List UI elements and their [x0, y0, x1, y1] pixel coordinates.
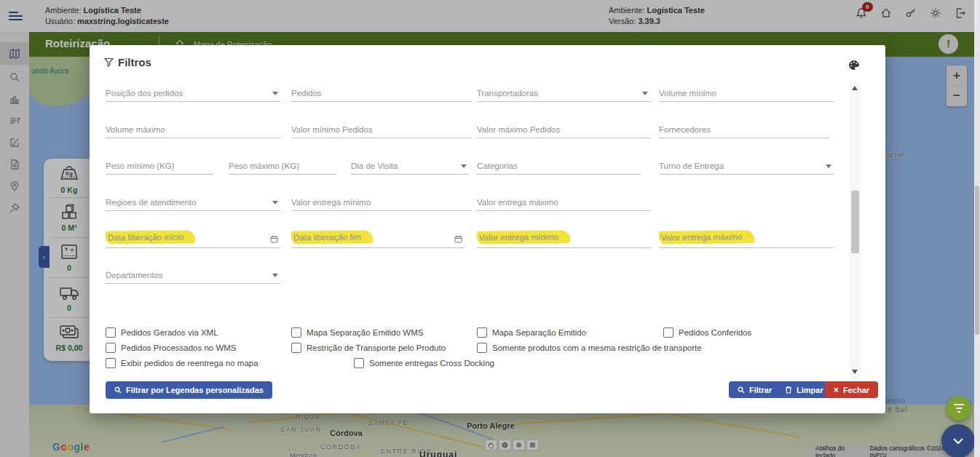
field-label: Departamentos — [106, 271, 163, 279]
checkbox-mapa-separacao-emitido[interactable]: Mapa Separação Emitido — [477, 327, 586, 338]
checkbox-label: Mapa Separação Emitido — [492, 328, 586, 337]
app-screen: Ambiente: Logística Teste Usuário: maxst… — [0, 0, 980, 457]
field-valor-entrega-minimo-2[interactable]: Valor entrega mínimo — [477, 229, 650, 248]
field-label: Valor mínimo Pedidos — [291, 125, 373, 134]
palette-icon[interactable] — [848, 60, 860, 71]
checkbox-label: Pedidos Conferidos — [679, 328, 751, 337]
field-label-highlighted: Valor entrega máximo — [659, 230, 754, 244]
field-label: Valor máximo Pedidos — [477, 125, 560, 134]
field-label: Valor entrega mínimo — [291, 198, 371, 207]
field-label: Categorias — [477, 162, 518, 170]
calendar-icon[interactable] — [270, 235, 278, 243]
field-volume-minimo[interactable]: Volume mínimo — [659, 83, 834, 102]
checkbox-label: Somente entregas Cross Docking — [369, 359, 494, 367]
checkbox-label: Exibir pedidos de reentrega no mapa — [121, 359, 258, 367]
checkbox-pedidos-conferidos[interactable]: Pedidos Conferidos — [663, 327, 751, 338]
scroll-down-icon[interactable] — [852, 370, 858, 374]
field-peso-minimo[interactable]: Peso mínimo (KG) — [106, 156, 213, 175]
field-valor-entrega-maximo-2[interactable]: Valor entrega máximo — [659, 229, 834, 248]
field-categorias[interactable]: Categorias — [477, 156, 641, 175]
page-scrollbar-thumb[interactable] — [975, 186, 979, 335]
checkbox-label: Restrição de Transporte pelo Produto — [307, 343, 446, 352]
filter-button[interactable]: Filtrar — [729, 381, 781, 398]
field-label-highlighted: Data liberação fim — [291, 230, 373, 244]
field-label: Peso mínimo (KG) — [106, 162, 175, 170]
field-pedidos[interactable]: Pedidos — [291, 83, 472, 102]
checkbox-label: Pedidos Gerados via XML — [121, 328, 218, 337]
modal-title-text: Filtros — [118, 56, 151, 68]
field-volume-maximo[interactable]: Volume máximo — [106, 119, 280, 138]
field-fornecedores[interactable]: Fornecedores — [659, 119, 829, 138]
field-valor-minimo-pedidos[interactable]: Valor mínimo Pedidos — [291, 119, 472, 138]
modal-scrollbar[interactable] — [850, 82, 861, 378]
chevron-down-icon — [461, 164, 467, 168]
field-label: Transportadoras — [477, 89, 538, 98]
field-label: Volume máximo — [106, 125, 165, 134]
checkbox-box[interactable] — [663, 327, 673, 338]
checkbox-label: Pedidos Processados no WMS — [121, 343, 237, 352]
field-peso-maximo[interactable]: Peso máximo (KG) — [229, 156, 336, 175]
checkbox-pedidos-processados-no-wms[interactable]: Pedidos Processados no WMS — [106, 343, 237, 353]
field-label: Fornecedores — [659, 125, 711, 134]
clear-button[interactable]: Limpar — [776, 381, 832, 398]
close-button[interactable]: × Fechar — [825, 381, 878, 398]
modal-scrollbar-thumb[interactable] — [851, 191, 859, 253]
field-transportadoras[interactable]: Transportadoras — [477, 83, 650, 102]
field-regioes-de-atendimento[interactable]: Regioes de atendimento — [106, 192, 280, 211]
field-valor-entrega-maximo[interactable]: Valor entrega máximo — [477, 192, 650, 211]
field-turno-de-entrega[interactable]: Turno de Entrega — [659, 156, 834, 175]
page-scrollbar[interactable] — [974, 0, 980, 457]
chevron-down-icon — [642, 92, 648, 95]
checkbox-box[interactable] — [354, 358, 364, 368]
chevron-down-icon — [272, 92, 278, 95]
field-label-highlighted: Data liberação início — [106, 230, 195, 244]
field-label: Turno de Entrega — [659, 162, 724, 170]
field-label: Peso máximo (KG) — [229, 162, 299, 170]
trash-icon — [785, 386, 792, 394]
scroll-up-icon[interactable] — [852, 86, 858, 90]
chevron-down-icon — [826, 164, 831, 168]
checkbox-box[interactable] — [106, 327, 116, 338]
field-departamentos[interactable]: Departamentos — [106, 265, 280, 284]
search-icon — [114, 386, 122, 394]
checkbox-label: Mapa Separação Emitido WMS — [307, 328, 423, 337]
field-label: Valor entrega máximo — [477, 198, 558, 207]
palette-icon — [848, 60, 860, 71]
checkbox-label: Somente produtos com a mesma restrição d… — [492, 343, 702, 352]
close-icon: × — [834, 385, 839, 395]
field-posicao-dos-pedidos[interactable]: Posição dos pedidos — [106, 83, 280, 102]
filter-funnel-icon — [104, 57, 114, 67]
field-dia-de-visita[interactable]: Dia de Visita — [351, 156, 469, 175]
field-label: Posição dos pedidos — [106, 89, 183, 98]
chevron-down-icon — [272, 201, 278, 204]
field-data-liberacao-fim[interactable]: Data liberação fim — [291, 229, 465, 248]
checkbox-box[interactable] — [106, 358, 116, 368]
checkbox-restricao-de-transporte-pelo-produto[interactable]: Restrição de Transporte pelo Produto — [291, 343, 446, 353]
field-label: Volume mínimo — [659, 89, 716, 98]
checkbox-box[interactable] — [477, 327, 487, 338]
chevron-down-icon — [272, 274, 278, 277]
field-label: Regioes de atendimento — [106, 198, 197, 207]
checkbox-somente-produtos-mesma-restricao[interactable]: Somente produtos com a mesma restrição d… — [477, 343, 702, 353]
field-valor-maximo-pedidos[interactable]: Valor máximo Pedidos — [477, 119, 650, 138]
filter-fab-button[interactable] — [947, 396, 971, 421]
checkbox-box[interactable] — [106, 343, 116, 353]
checkbox-box[interactable] — [291, 327, 301, 338]
checkbox-mapa-separacao-emitido-wms[interactable]: Mapa Separação Emitido WMS — [291, 327, 423, 338]
calendar-icon[interactable] — [454, 235, 462, 243]
field-label: Pedidos — [291, 89, 322, 98]
checkbox-pedidos-gerados-via-xml[interactable]: Pedidos Gerados via XML — [106, 327, 218, 338]
search-icon — [738, 386, 745, 394]
checkbox-box[interactable] — [291, 343, 301, 353]
field-label-highlighted: Valor entrega mínimo — [477, 230, 570, 244]
chevron-down-icon — [952, 437, 964, 445]
field-data-liberacao-inicio[interactable]: Data liberação início — [106, 229, 280, 248]
collapse-chevron-button[interactable] — [941, 424, 975, 457]
modal-title: Filtros — [104, 56, 151, 68]
field-valor-entrega-minimo[interactable]: Valor entrega mínimo — [291, 192, 472, 211]
checkbox-exibir-pedidos-de-reentrega[interactable]: Exibir pedidos de reentrega no mapa — [106, 358, 258, 368]
checkbox-somente-entregas-cross-docking[interactable]: Somente entregas Cross Docking — [354, 358, 494, 368]
field-label: Dia de Visita — [351, 162, 398, 170]
filter-by-custom-legends-button[interactable]: Filtrar por Legendas personalizadas — [106, 381, 272, 399]
checkbox-box[interactable] — [477, 343, 487, 353]
